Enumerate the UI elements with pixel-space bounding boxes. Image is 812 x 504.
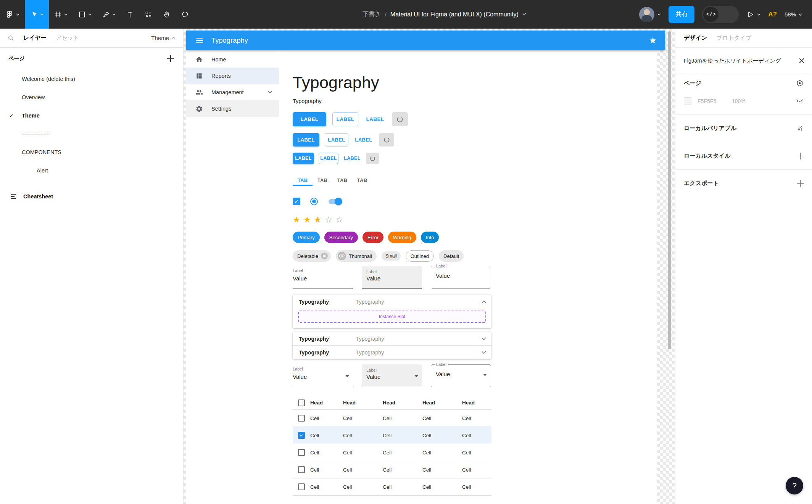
page-item-components[interactable]: COMPONENTS (0, 143, 183, 161)
text-button[interactable]: LABEL (354, 133, 374, 147)
star-empty-icon[interactable] (335, 216, 345, 225)
star-icon[interactable] (649, 37, 657, 44)
table-row[interactable]: CellCellCellCellCell (293, 478, 491, 496)
row-checkbox[interactable] (298, 399, 305, 406)
dev-mode-toggle[interactable]: </> (702, 6, 739, 23)
select-standard[interactable]: Label Value (293, 364, 353, 387)
pen-tool-button[interactable] (97, 0, 121, 29)
chip-info[interactable]: Info (421, 232, 439, 243)
switch-on[interactable] (328, 198, 342, 205)
table-row[interactable]: CellCellCellCellCell (293, 410, 491, 427)
chip-deletable[interactable]: Deletable (293, 250, 331, 262)
select-outlined[interactable]: Label Value (431, 364, 491, 387)
zoom-menu[interactable]: 58% (785, 11, 802, 18)
tab-prototype[interactable]: プロトタイプ (716, 34, 751, 42)
search-icon[interactable] (8, 35, 14, 41)
page-item-divider[interactable]: --------------- (0, 125, 183, 143)
chip-default[interactable]: Default (439, 250, 464, 262)
row-checkbox[interactable] (298, 466, 305, 473)
table-header-row[interactable]: HeadHeadHeadHeadHead (293, 396, 491, 410)
main-menu-button[interactable] (0, 0, 25, 29)
outlined-button[interactable]: LABEL (332, 112, 358, 126)
star-full-icon[interactable] (303, 216, 313, 225)
star-half-icon[interactable] (314, 216, 323, 225)
chip-primary[interactable]: Primary (293, 232, 320, 243)
page-color-row[interactable]: F5F5F5 100% (675, 92, 812, 110)
mui-appbar[interactable]: Typography (186, 31, 665, 50)
hamburger-menu-icon[interactable] (196, 38, 203, 43)
outlined-button[interactable]: LABEL (325, 133, 348, 147)
tab-item[interactable]: TAB (313, 174, 332, 186)
missing-fonts-badge[interactable]: A? (768, 11, 777, 18)
chevron-down-icon[interactable] (522, 13, 526, 16)
row-checkbox[interactable] (298, 449, 305, 456)
account-menu[interactable] (639, 7, 661, 22)
chevron-down-icon[interactable] (482, 351, 486, 354)
figjam-notification[interactable]: FigJamを使ったホワイトボーディング (675, 48, 812, 74)
row-checkbox-checked[interactable] (298, 432, 305, 439)
tab-design[interactable]: デザイン (684, 34, 707, 42)
table-row[interactable]: CellCellCellCellCell (293, 444, 491, 461)
nav-item-management[interactable]: Management (186, 84, 279, 100)
tab-item[interactable]: TAB (293, 174, 313, 186)
play-icon[interactable] (746, 11, 754, 18)
page-item-theme[interactable]: Theme (0, 106, 183, 125)
checkbox-checked[interactable] (293, 198, 300, 205)
chevron-down-icon[interactable] (482, 337, 486, 340)
textfield-filled[interactable]: Label Value (362, 266, 422, 289)
sliders-icon[interactable] (797, 125, 804, 132)
close-icon[interactable] (799, 58, 804, 63)
accordion-collapsed[interactable]: Typography Typography (293, 332, 491, 345)
chevron-up-icon[interactable] (482, 300, 486, 303)
loading-button[interactable] (366, 153, 379, 164)
tab-layers[interactable]: レイヤー (23, 34, 47, 42)
shape-tool-button[interactable] (73, 0, 97, 29)
share-button[interactable]: 共有 (669, 6, 694, 23)
instance-slot[interactable]: Instance Slot (298, 311, 486, 323)
design-canvas[interactable]: Typography Home Reports Management (184, 29, 675, 504)
eye-closed-icon[interactable] (796, 98, 804, 104)
page-collapse-control[interactable]: Theme (151, 35, 176, 41)
star-rating[interactable] (293, 216, 491, 225)
page-item-welcome[interactable]: Welcome (delete this) (0, 70, 183, 88)
section-cheatsheet[interactable]: Cheatsheet (0, 187, 183, 206)
text-tool-button[interactable] (121, 0, 139, 29)
color-swatch[interactable] (684, 97, 691, 105)
accordion-expanded[interactable]: Typography Typography Instance Slot (293, 295, 491, 328)
outlined-button[interactable]: LABEL (319, 153, 338, 164)
user-avatar[interactable] (639, 7, 654, 22)
textfield-outlined[interactable]: Label Value (431, 266, 491, 289)
tab-item[interactable]: TAB (352, 174, 372, 186)
star-empty-icon[interactable] (325, 216, 334, 225)
select-filled[interactable]: Label Value (362, 364, 422, 387)
add-page-icon[interactable] (167, 55, 174, 62)
row-checkbox[interactable] (298, 415, 305, 422)
page-item-overview[interactable]: Overview (0, 88, 183, 106)
color-opacity-value[interactable]: 100% (732, 98, 746, 104)
chip-error[interactable]: Error (362, 232, 383, 243)
move-tool-button[interactable] (25, 0, 49, 29)
table-row[interactable]: CellCellCellCellCell (293, 427, 491, 444)
add-style-icon[interactable] (797, 153, 804, 159)
help-button[interactable]: ? (786, 477, 803, 494)
radio-selected[interactable] (310, 198, 318, 205)
text-button[interactable]: LABEL (364, 112, 386, 126)
document-breadcrumb[interactable]: 下書き / Material UI for Figma (and MUI X) … (362, 0, 526, 29)
chip-secondary[interactable]: Secondary (324, 232, 358, 243)
row-checkbox[interactable] (298, 483, 305, 490)
accordion-collapsed[interactable]: Typography Typography (293, 346, 491, 359)
chip-outlined[interactable]: Outlined (406, 250, 434, 262)
loading-button[interactable] (379, 133, 394, 147)
canvas-scrollbar[interactable] (668, 31, 671, 349)
contained-button[interactable]: LABEL (293, 153, 314, 164)
tab-assets[interactable]: アセット (56, 34, 79, 42)
export-section[interactable]: エクスポート (675, 170, 812, 197)
nav-item-home[interactable]: Home (186, 51, 279, 68)
text-button[interactable]: LABEL (343, 153, 361, 164)
chip-thumbnail[interactable]: OPThumbnail (336, 250, 377, 262)
table-row[interactable]: CellCellCellCellCell (293, 461, 491, 478)
contained-button[interactable]: LABEL (293, 112, 326, 126)
chip-small[interactable]: Small (382, 251, 401, 261)
loading-button[interactable] (392, 112, 408, 126)
frame-tool-button[interactable] (49, 0, 73, 29)
